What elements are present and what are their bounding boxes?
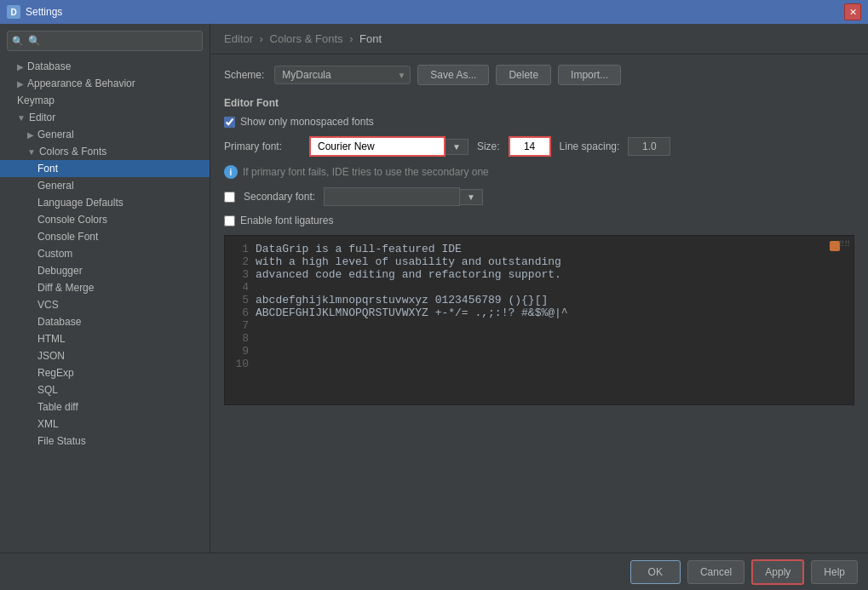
sidebar-item-database[interactable]: ▶ Database (0, 58, 210, 75)
breadcrumb-part-3: Font (359, 32, 382, 45)
secondary-font-checkbox[interactable] (224, 192, 235, 203)
sidebar-item-label: Console Colors (37, 214, 107, 226)
sidebar-item-json[interactable]: JSON (0, 347, 210, 364)
sidebar-item-label: RegExp (37, 367, 74, 379)
sidebar-item-appearance[interactable]: ▶ Appearance & Behavior (0, 75, 210, 92)
sidebar-item-label: Keymap (17, 95, 55, 106)
secondary-font-label[interactable]: Secondary font: (244, 191, 315, 203)
info-message: If primary font fails, IDE tries to use … (243, 166, 489, 178)
line-number: 6 (232, 306, 249, 319)
line-number: 1 (232, 243, 249, 255)
help-button[interactable]: Help (811, 560, 858, 584)
import-button[interactable]: Import... (558, 65, 621, 85)
window-title: Settings (26, 6, 844, 18)
secondary-font-dropdown-button[interactable]: ▼ (460, 189, 483, 205)
scheme-row: Scheme: MyDarcula ▼ Save As... Delete Im… (224, 65, 854, 85)
sidebar-item-label: Font (37, 163, 58, 175)
sidebar-item-language-defaults[interactable]: Language Defaults (0, 194, 210, 211)
search-input[interactable] (7, 31, 203, 51)
info-icon: i (224, 165, 238, 179)
preview-line: 1DataGrip is a full-featured IDE (232, 243, 847, 255)
sidebar-item-database2[interactable]: Database (0, 313, 210, 330)
sidebar-item-label: SQL (37, 384, 58, 396)
sidebar-item-vcs[interactable]: VCS (0, 296, 210, 313)
sidebar-item-font[interactable]: Font (0, 160, 210, 177)
line-number: 10 (232, 358, 249, 370)
sidebar-item-label: VCS (37, 299, 59, 311)
sidebar-item-label: Appearance & Behavior (27, 77, 135, 89)
primary-font-row: Primary font: ▼ Size: Line spacing: (224, 136, 854, 157)
line-content: advanced code editing and refactoring su… (256, 268, 561, 281)
line-content: with a high level of usability and outst… (256, 255, 561, 268)
sidebar-item-xml[interactable]: XML (0, 415, 210, 432)
breadcrumb-sep-2: › (349, 32, 356, 45)
secondary-font-row: Secondary font: ▼ (224, 187, 854, 206)
primary-font-dropdown-button[interactable]: ▼ (445, 139, 468, 155)
breadcrumb-sep-1: › (260, 32, 267, 45)
sidebar-item-label: General (37, 180, 74, 192)
sidebar-item-label: HTML (37, 333, 66, 345)
close-button[interactable]: ✕ (844, 3, 861, 20)
monospaced-label[interactable]: Show only monospaced fonts (240, 116, 374, 128)
title-bar: D Settings ✕ (0, 0, 868, 24)
breadcrumb: Editor › Colors & Fonts › Font (210, 24, 868, 54)
secondary-font-input[interactable] (324, 187, 460, 206)
sidebar-item-colors-fonts[interactable]: ▼ Colors & Fonts (0, 143, 210, 160)
sidebar-item-general2[interactable]: General (0, 177, 210, 194)
linespacing-input[interactable] (628, 137, 670, 156)
sidebar-item-debugger[interactable]: Debugger (0, 262, 210, 279)
primary-font-input[interactable] (309, 136, 445, 157)
sidebar-item-label: Table diff (37, 401, 78, 413)
arrow-icon: ▼ (27, 147, 36, 157)
search-box[interactable]: 🔍 (7, 31, 203, 51)
preview-line: 9 (232, 345, 847, 358)
sidebar-item-custom[interactable]: Custom (0, 245, 210, 262)
sidebar-item-label: Colors & Fonts (39, 146, 106, 158)
ligatures-checkbox[interactable] (224, 215, 235, 226)
sidebar-item-diff-merge[interactable]: Diff & Merge (0, 279, 210, 296)
breadcrumb-part-1: Editor (224, 32, 253, 45)
size-label: Size: (477, 140, 500, 152)
monospaced-checkbox[interactable] (224, 117, 235, 128)
arrow-icon: ▼ (17, 113, 26, 123)
sidebar-item-editor[interactable]: ▼ Editor (0, 109, 210, 126)
sidebar-item-label: File Status (37, 435, 86, 447)
primary-font-label: Primary font: (224, 140, 301, 152)
line-number: 3 (232, 268, 249, 281)
sidebar-item-console-font[interactable]: Console Font (0, 228, 210, 245)
sidebar-item-console-colors[interactable]: Console Colors (0, 211, 210, 228)
size-input[interactable] (509, 136, 551, 157)
preview-line: 5abcdefghijklmnopqrstuvwxyz 0123456789 (… (232, 294, 847, 306)
sidebar-item-label: Database (37, 316, 81, 328)
apply-button[interactable]: Apply (751, 559, 804, 585)
delete-button[interactable]: Delete (496, 65, 551, 85)
cancel-button[interactable]: Cancel (687, 560, 744, 584)
sidebar-item-file-status[interactable]: File Status (0, 432, 210, 450)
preview-line: 8 (232, 332, 847, 345)
sidebar-item-sql[interactable]: SQL (0, 381, 210, 398)
resize-handle: ⠿⠿ (838, 239, 850, 249)
preview-line: 6ABCDEFGHIJKLMNOPQRSTUVWXYZ +-*/= .,;:!?… (232, 306, 847, 319)
breadcrumb-part-2: Colors & Fonts (270, 32, 343, 45)
sidebar-item-regexp[interactable]: RegExp (0, 364, 210, 381)
sidebar-item-label: JSON (37, 350, 65, 362)
scheme-select-wrap: MyDarcula ▼ (274, 66, 411, 84)
ligatures-row: Enable font ligatures (224, 215, 854, 226)
scheme-label: Scheme: (224, 69, 264, 81)
sidebar-item-label: Editor (29, 112, 55, 123)
scheme-select[interactable]: MyDarcula (274, 66, 411, 84)
ok-button[interactable]: OK (630, 560, 681, 584)
sidebar-item-table-diff[interactable]: Table diff (0, 398, 210, 415)
monospaced-row: Show only monospaced fonts (224, 116, 854, 128)
sidebar-item-html[interactable]: HTML (0, 330, 210, 347)
sidebar-item-general[interactable]: ▶ General (0, 126, 210, 143)
sidebar: 🔍 ▶ Database ▶ Appearance & Behavior Key… (0, 24, 210, 553)
save-as-button[interactable]: Save As... (417, 65, 489, 85)
sidebar-item-keymap[interactable]: Keymap (0, 92, 210, 109)
arrow-icon: ▶ (27, 130, 34, 140)
sidebar-item-label: Database (27, 60, 71, 72)
ligatures-label[interactable]: Enable font ligatures (240, 215, 333, 226)
settings-panel: Scheme: MyDarcula ▼ Save As... Delete Im… (210, 54, 868, 553)
preview-line: 3advanced code editing and refactoring s… (232, 268, 847, 281)
preview-area: ⠿⠿ 1DataGrip is a full-featured IDE2with… (224, 235, 854, 405)
